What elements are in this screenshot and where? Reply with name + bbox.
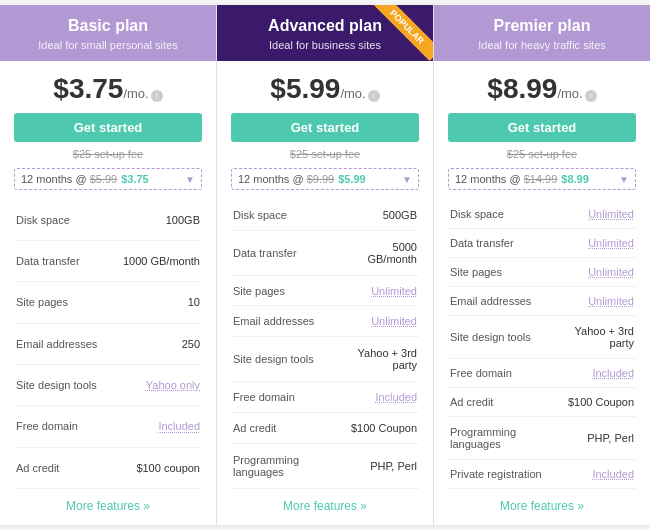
table-row: Site design toolsYahoo + 3rd party bbox=[448, 315, 636, 358]
feature-label-basic-3: Email addresses bbox=[14, 323, 110, 364]
feature-label-basic-4: Site design tools bbox=[14, 364, 110, 405]
feature-value-premier-7: PHP, Perl bbox=[557, 416, 636, 459]
feature-value-premier-8: Included bbox=[557, 459, 636, 488]
feature-label-advanced-5: Free domain bbox=[231, 382, 339, 413]
feature-label-premier-0: Disk space bbox=[448, 200, 557, 228]
feature-label-premier-2: Site pages bbox=[448, 257, 557, 286]
feature-value-premier-5: Included bbox=[557, 358, 636, 387]
billing-label-advanced: 12 months @ bbox=[238, 173, 307, 185]
feature-value-basic-2: 10 bbox=[110, 282, 202, 323]
price-info-icon-advanced[interactable]: i bbox=[368, 90, 380, 102]
billing-selector-basic[interactable]: 12 months @ $5.99$3.75▼ bbox=[14, 168, 202, 190]
billing-arrow-basic: ▼ bbox=[185, 174, 195, 185]
feature-value-basic-6: $100 coupon bbox=[110, 447, 202, 488]
get-started-btn-premier[interactable]: Get started bbox=[448, 113, 636, 142]
feature-value-basic-1: 1000 GB/month bbox=[110, 241, 202, 282]
feature-value-premier-2: Unlimited bbox=[557, 257, 636, 286]
billing-amount-advanced: $5.99 bbox=[338, 173, 366, 185]
table-row: Email addresses250 bbox=[14, 323, 202, 364]
price-main-premier: $8.99 bbox=[487, 73, 557, 104]
popular-badge bbox=[373, 5, 433, 65]
table-row: Site pages10 bbox=[14, 282, 202, 323]
plan-subtitle-basic: Ideal for small personal sites bbox=[10, 39, 206, 51]
table-row: Ad credit$100 Coupon bbox=[231, 413, 419, 444]
feature-label-premier-4: Site design tools bbox=[448, 315, 557, 358]
setup-fee-premier: $25 set-up fee bbox=[448, 148, 636, 160]
features-table-premier: Disk spaceUnlimitedData transferUnlimite… bbox=[448, 200, 636, 489]
setup-fee-basic: $25 set-up fee bbox=[14, 148, 202, 160]
feature-value-premier-3: Unlimited bbox=[557, 286, 636, 315]
get-started-btn-basic[interactable]: Get started bbox=[14, 113, 202, 142]
billing-amount-basic: $3.75 bbox=[121, 173, 149, 185]
billing-text-premier: 12 months @ $14.99$8.99 bbox=[455, 173, 589, 185]
billing-selector-premier[interactable]: 12 months @ $14.99$8.99▼ bbox=[448, 168, 636, 190]
feature-value-advanced-1: 5000 GB/month bbox=[339, 230, 419, 275]
feature-value-basic-0: 100GB bbox=[110, 200, 202, 241]
billing-original-basic: $5.99 bbox=[90, 173, 118, 185]
plan-header-basic: Basic planIdeal for small personal sites bbox=[0, 5, 216, 61]
price-info-icon-basic[interactable]: i bbox=[151, 90, 163, 102]
table-row: Ad credit$100 Coupon bbox=[448, 387, 636, 416]
feature-label-advanced-2: Site pages bbox=[231, 275, 339, 306]
features-table-basic: Disk space100GBData transfer1000 GB/mont… bbox=[14, 200, 202, 489]
feature-label-premier-8: Private registration bbox=[448, 459, 557, 488]
feature-label-advanced-7: Programming languages bbox=[231, 443, 339, 488]
plan-title-premier: Premier plan bbox=[444, 17, 640, 35]
table-row: Data transfer5000 GB/month bbox=[231, 230, 419, 275]
feature-label-premier-5: Free domain bbox=[448, 358, 557, 387]
more-features-premier[interactable]: More features » bbox=[448, 499, 636, 513]
billing-original-advanced: $9.99 bbox=[307, 173, 335, 185]
plan-title-basic: Basic plan bbox=[10, 17, 206, 35]
plan-subtitle-premier: Ideal for heavy traffic sites bbox=[444, 39, 640, 51]
feature-value-premier-6: $100 Coupon bbox=[557, 387, 636, 416]
feature-value-advanced-2: Unlimited bbox=[339, 275, 419, 306]
table-row: Ad credit$100 coupon bbox=[14, 447, 202, 488]
plan-header-premier: Premier planIdeal for heavy traffic site… bbox=[434, 5, 650, 61]
price-main-advanced: $5.99 bbox=[270, 73, 340, 104]
feature-label-premier-6: Ad credit bbox=[448, 387, 557, 416]
features-table-advanced: Disk space500GBData transfer5000 GB/mont… bbox=[231, 200, 419, 489]
billing-arrow-advanced: ▼ bbox=[402, 174, 412, 185]
pricing-container: Basic planIdeal for small personal sites… bbox=[0, 5, 650, 525]
table-row: Email addressesUnlimited bbox=[448, 286, 636, 315]
table-row: Private registrationIncluded bbox=[448, 459, 636, 488]
feature-value-advanced-4: Yahoo + 3rd party bbox=[339, 337, 419, 382]
feature-label-advanced-4: Site design tools bbox=[231, 337, 339, 382]
feature-value-advanced-5: Included bbox=[339, 382, 419, 413]
feature-label-basic-0: Disk space bbox=[14, 200, 110, 241]
feature-value-basic-4: Yahoo only bbox=[110, 364, 202, 405]
billing-selector-advanced[interactable]: 12 months @ $9.99$5.99▼ bbox=[231, 168, 419, 190]
billing-original-premier: $14.99 bbox=[524, 173, 558, 185]
feature-value-advanced-0: 500GB bbox=[339, 200, 419, 230]
get-started-btn-advanced[interactable]: Get started bbox=[231, 113, 419, 142]
setup-fee-advanced: $25 set-up fee bbox=[231, 148, 419, 160]
price-area-premier: $8.99/mo.i bbox=[448, 73, 636, 105]
table-row: Site design toolsYahoo only bbox=[14, 364, 202, 405]
price-mo-advanced: /mo. bbox=[340, 86, 365, 101]
feature-value-premier-1: Unlimited bbox=[557, 228, 636, 257]
feature-value-advanced-7: PHP, Perl bbox=[339, 443, 419, 488]
billing-amount-premier: $8.99 bbox=[561, 173, 589, 185]
billing-text-advanced: 12 months @ $9.99$5.99 bbox=[238, 173, 366, 185]
plan-body-advanced: $5.99/mo.iGet started$25 set-up fee12 mo… bbox=[217, 61, 433, 525]
table-row: Disk space100GB bbox=[14, 200, 202, 241]
feature-label-premier-7: Programming languages bbox=[448, 416, 557, 459]
price-info-icon-premier[interactable]: i bbox=[585, 90, 597, 102]
plan-body-premier: $8.99/mo.iGet started$25 set-up fee12 mo… bbox=[434, 61, 650, 525]
table-row: Data transferUnlimited bbox=[448, 228, 636, 257]
table-row: Site pagesUnlimited bbox=[448, 257, 636, 286]
table-row: Free domainIncluded bbox=[231, 382, 419, 413]
feature-label-basic-5: Free domain bbox=[14, 406, 110, 447]
feature-value-advanced-6: $100 Coupon bbox=[339, 413, 419, 444]
table-row: Disk space500GB bbox=[231, 200, 419, 230]
price-area-basic: $3.75/mo.i bbox=[14, 73, 202, 105]
feature-label-basic-1: Data transfer bbox=[14, 241, 110, 282]
feature-label-basic-2: Site pages bbox=[14, 282, 110, 323]
more-features-basic[interactable]: More features » bbox=[14, 499, 202, 513]
billing-label-basic: 12 months @ bbox=[21, 173, 90, 185]
plan-col-basic: Basic planIdeal for small personal sites… bbox=[0, 5, 217, 525]
feature-label-premier-1: Data transfer bbox=[448, 228, 557, 257]
feature-value-basic-3: 250 bbox=[110, 323, 202, 364]
more-features-advanced[interactable]: More features » bbox=[231, 499, 419, 513]
feature-label-advanced-1: Data transfer bbox=[231, 230, 339, 275]
